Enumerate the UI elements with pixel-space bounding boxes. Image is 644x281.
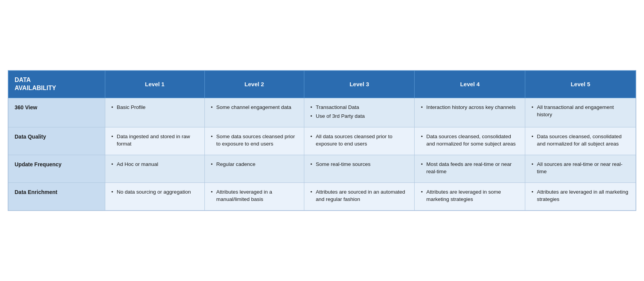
data-cell: Data sources cleansed, consolidated and …	[525, 127, 636, 155]
data-cell: Ad Hoc or manual	[105, 155, 204, 182]
table-body: 360 ViewBasic ProfileSome channel engage…	[8, 98, 636, 211]
bullet-item: Transactional Data	[310, 104, 408, 111]
cell-bullet-list: Interaction history across key channels	[421, 104, 519, 111]
data-cell: All data sources cleansed prior to expos…	[304, 127, 415, 155]
category-cell: 360 View	[8, 98, 105, 127]
data-cell: Basic Profile	[105, 98, 204, 127]
header-row: DATA AVAILABILITY Level 1 Level 2 Level …	[8, 70, 636, 98]
cell-bullet-list: Regular cadence	[211, 161, 298, 168]
bullet-item: All data sources cleansed prior to expos…	[310, 133, 408, 148]
bullet-item: Interaction history across key channels	[421, 104, 519, 111]
cell-bullet-list: All data sources cleansed prior to expos…	[310, 133, 408, 148]
category-cell: Data Quality	[8, 127, 105, 155]
data-cell: Some data sources cleansed prior to expo…	[204, 127, 304, 155]
cell-bullet-list: Some data sources cleansed prior to expo…	[211, 133, 298, 148]
cell-bullet-list: Data sources cleansed, consolidated and …	[421, 133, 519, 148]
header-col3: Level 3	[304, 70, 415, 98]
header-col4: Level 4	[415, 70, 525, 98]
cell-bullet-list: Data ingested and stored in raw format	[111, 133, 198, 148]
bullet-item: Attributes leveraged in a manual/limited…	[211, 188, 298, 203]
category-cell: Data Enrichment	[8, 182, 105, 210]
bullet-item: Attributes are leveraged in some marketi…	[421, 188, 519, 203]
main-table-wrapper: DATA AVAILABILITY Level 1 Level 2 Level …	[8, 70, 636, 211]
data-cell: Attributes leveraged in a manual/limited…	[204, 182, 304, 210]
bullet-item: No data sourcing or aggregation	[111, 188, 198, 196]
table-row: Data QualityData ingested and stored in …	[8, 127, 636, 155]
cell-bullet-list: Attributes are leveraged in some marketi…	[421, 188, 519, 203]
table-row: Update FrequencyAd Hoc or manualRegular …	[8, 155, 636, 182]
data-cell: Interaction history across key channels	[415, 98, 525, 127]
table-row: 360 ViewBasic ProfileSome channel engage…	[8, 98, 636, 127]
bullet-item: Most data feeds are real-time or near re…	[421, 161, 519, 176]
data-cell: Data sources cleansed, consolidated and …	[415, 127, 525, 155]
data-cell: Data ingested and stored in raw format	[105, 127, 204, 155]
data-cell: Regular cadence	[204, 155, 304, 182]
header-col0: DATA AVAILABILITY	[8, 70, 105, 98]
category-cell: Update Frequency	[8, 155, 105, 182]
cell-bullet-list: No data sourcing or aggregation	[111, 188, 198, 196]
cell-bullet-list: Data sources cleansed, consolidated and …	[531, 133, 629, 148]
cell-bullet-list: Attributes leveraged in a manual/limited…	[211, 188, 298, 203]
cell-bullet-list: Ad Hoc or manual	[111, 161, 198, 168]
cell-bullet-list: Some channel engagement data	[211, 104, 298, 111]
bullet-item: Use of 3rd Party data	[310, 112, 408, 120]
bullet-item: Basic Profile	[111, 104, 198, 111]
header-col5: Level 5	[525, 70, 636, 98]
header-col2: Level 2	[204, 70, 304, 98]
cell-bullet-list: All sources are real-time or near real-t…	[531, 161, 629, 176]
data-cell: Transactional DataUse of 3rd Party data	[304, 98, 415, 127]
bullet-item: Data sources cleansed, consolidated and …	[421, 133, 519, 148]
cell-bullet-list: Attributes are leveraged in all marketin…	[531, 188, 629, 203]
data-cell: Attributes are sourced in an automated a…	[304, 182, 415, 210]
data-cell: Attributes are leveraged in some marketi…	[415, 182, 525, 210]
data-cell: Most data feeds are real-time or near re…	[415, 155, 525, 182]
bullet-item: Some channel engagement data	[211, 104, 298, 111]
cell-bullet-list: Most data feeds are real-time or near re…	[421, 161, 519, 176]
bullet-item: Some real-time sources	[310, 161, 408, 168]
bullet-item: Attributes are leveraged in all marketin…	[531, 188, 629, 203]
cell-bullet-list: Transactional DataUse of 3rd Party data	[310, 104, 408, 120]
data-availability-table: DATA AVAILABILITY Level 1 Level 2 Level …	[8, 70, 636, 211]
bullet-item: All sources are real-time or near real-t…	[531, 161, 629, 176]
data-cell: All sources are real-time or near real-t…	[525, 155, 636, 182]
data-cell: Some channel engagement data	[204, 98, 304, 127]
bullet-item: Attributes are sourced in an automated a…	[310, 188, 408, 203]
bullet-item: Data ingested and stored in raw format	[111, 133, 198, 148]
data-cell: No data sourcing or aggregation	[105, 182, 204, 210]
bullet-item: Some data sources cleansed prior to expo…	[211, 133, 298, 148]
cell-bullet-list: Basic Profile	[111, 104, 198, 111]
cell-bullet-list: All transactional and engagement history	[531, 104, 629, 119]
data-cell: Some real-time sources	[304, 155, 415, 182]
table-row: Data EnrichmentNo data sourcing or aggre…	[8, 182, 636, 210]
bullet-item: Data sources cleansed, consolidated and …	[531, 133, 629, 148]
header-col1: Level 1	[105, 70, 204, 98]
cell-bullet-list: Some real-time sources	[310, 161, 408, 168]
bullet-item: Regular cadence	[211, 161, 298, 168]
data-cell: Attributes are leveraged in all marketin…	[525, 182, 636, 210]
cell-bullet-list: Attributes are sourced in an automated a…	[310, 188, 408, 203]
bullet-item: Ad Hoc or manual	[111, 161, 198, 168]
data-cell: All transactional and engagement history	[525, 98, 636, 127]
bullet-item: All transactional and engagement history	[531, 104, 629, 119]
